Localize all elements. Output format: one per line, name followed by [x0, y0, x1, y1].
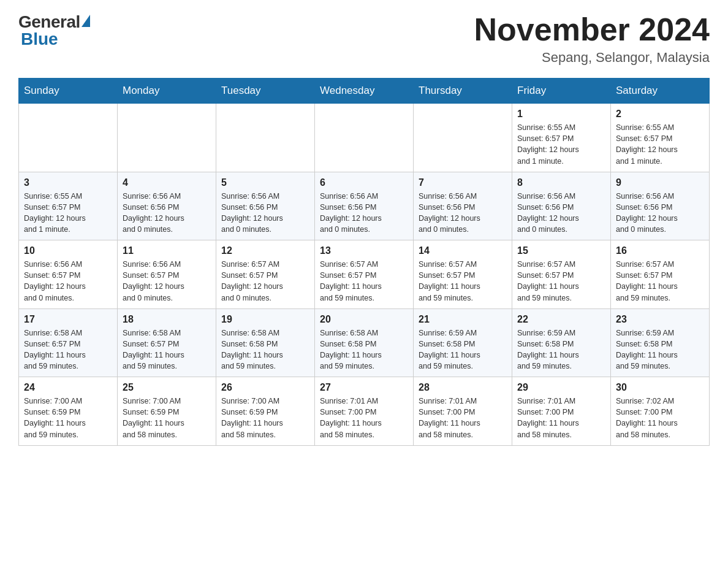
calendar-cell: 29Sunrise: 7:01 AM Sunset: 7:00 PM Dayli…	[512, 377, 611, 446]
month-title: November 2024	[474, 12, 710, 47]
calendar-header-row: SundayMondayTuesdayWednesdayThursdayFrid…	[19, 79, 710, 104]
calendar-cell: 19Sunrise: 6:58 AM Sunset: 6:58 PM Dayli…	[216, 308, 315, 377]
day-info: Sunrise: 6:56 AM Sunset: 6:56 PM Dayligh…	[616, 191, 704, 236]
day-number: 30	[616, 382, 704, 393]
calendar-cell: 1Sunrise: 6:55 AM Sunset: 6:57 PM Daylig…	[512, 104, 611, 172]
calendar-table: SundayMondayTuesdayWednesdayThursdayFrid…	[18, 78, 710, 446]
calendar-cell: 17Sunrise: 6:58 AM Sunset: 6:57 PM Dayli…	[19, 308, 118, 377]
calendar-cell: 11Sunrise: 6:56 AM Sunset: 6:57 PM Dayli…	[118, 240, 216, 309]
day-number: 20	[320, 314, 408, 325]
day-number: 27	[320, 382, 408, 393]
calendar-cell: 21Sunrise: 6:59 AM Sunset: 6:58 PM Dayli…	[414, 308, 512, 377]
calendar-week-row: 10Sunrise: 6:56 AM Sunset: 6:57 PM Dayli…	[19, 240, 710, 309]
day-number: 17	[24, 314, 112, 325]
day-number: 3	[24, 177, 112, 188]
calendar-cell: 8Sunrise: 6:56 AM Sunset: 6:56 PM Daylig…	[512, 172, 611, 240]
day-number: 21	[419, 314, 507, 325]
day-info: Sunrise: 6:55 AM Sunset: 6:57 PM Dayligh…	[24, 191, 112, 236]
day-number: 19	[221, 314, 309, 325]
calendar-cell: 27Sunrise: 7:01 AM Sunset: 7:00 PM Dayli…	[315, 377, 414, 446]
calendar-cell: 3Sunrise: 6:55 AM Sunset: 6:57 PM Daylig…	[19, 172, 118, 240]
location: Sepang, Selangor, Malaysia	[474, 50, 710, 66]
day-info: Sunrise: 7:02 AM Sunset: 7:00 PM Dayligh…	[616, 396, 704, 440]
calendar-cell	[118, 104, 216, 172]
logo: General Blue	[18, 12, 90, 49]
day-info: Sunrise: 6:55 AM Sunset: 6:57 PM Dayligh…	[517, 122, 605, 167]
day-number: 18	[123, 314, 211, 325]
calendar-header-wednesday: Wednesday	[315, 79, 414, 104]
calendar-cell: 15Sunrise: 6:57 AM Sunset: 6:57 PM Dayli…	[512, 240, 611, 309]
calendar-cell: 5Sunrise: 6:56 AM Sunset: 6:56 PM Daylig…	[216, 172, 315, 240]
title-section: November 2024 Sepang, Selangor, Malaysia	[474, 12, 710, 66]
day-number: 9	[616, 177, 704, 188]
day-number: 28	[419, 382, 507, 393]
logo-triangle-icon	[82, 15, 90, 27]
day-info: Sunrise: 6:57 AM Sunset: 6:57 PM Dayligh…	[320, 259, 408, 304]
calendar-cell: 14Sunrise: 6:57 AM Sunset: 6:57 PM Dayli…	[414, 240, 512, 309]
day-info: Sunrise: 6:56 AM Sunset: 6:56 PM Dayligh…	[123, 191, 211, 236]
day-info: Sunrise: 6:57 AM Sunset: 6:57 PM Dayligh…	[221, 259, 309, 304]
day-number: 10	[24, 245, 112, 256]
calendar-cell: 30Sunrise: 7:02 AM Sunset: 7:00 PM Dayli…	[611, 377, 710, 446]
calendar-cell: 22Sunrise: 6:59 AM Sunset: 6:58 PM Dayli…	[512, 308, 611, 377]
calendar-week-row: 1Sunrise: 6:55 AM Sunset: 6:57 PM Daylig…	[19, 104, 710, 172]
day-info: Sunrise: 6:56 AM Sunset: 6:56 PM Dayligh…	[419, 191, 507, 236]
calendar-cell: 12Sunrise: 6:57 AM Sunset: 6:57 PM Dayli…	[216, 240, 315, 309]
calendar-cell: 6Sunrise: 6:56 AM Sunset: 6:56 PM Daylig…	[315, 172, 414, 240]
day-info: Sunrise: 6:57 AM Sunset: 6:57 PM Dayligh…	[616, 259, 704, 304]
day-number: 11	[123, 245, 211, 256]
day-number: 23	[616, 314, 704, 325]
day-number: 16	[616, 245, 704, 256]
calendar-week-row: 24Sunrise: 7:00 AM Sunset: 6:59 PM Dayli…	[19, 377, 710, 446]
calendar-header-saturday: Saturday	[611, 79, 710, 104]
day-number: 14	[419, 245, 507, 256]
day-info: Sunrise: 7:00 AM Sunset: 6:59 PM Dayligh…	[24, 396, 112, 440]
day-number: 22	[517, 314, 605, 325]
day-info: Sunrise: 6:59 AM Sunset: 6:58 PM Dayligh…	[419, 327, 507, 372]
day-info: Sunrise: 6:57 AM Sunset: 6:57 PM Dayligh…	[517, 259, 605, 304]
calendar-header-friday: Friday	[512, 79, 611, 104]
day-number: 12	[221, 245, 309, 256]
calendar-cell: 7Sunrise: 6:56 AM Sunset: 6:56 PM Daylig…	[414, 172, 512, 240]
day-info: Sunrise: 7:01 AM Sunset: 7:00 PM Dayligh…	[320, 396, 408, 440]
calendar-week-row: 17Sunrise: 6:58 AM Sunset: 6:57 PM Dayli…	[19, 308, 710, 377]
calendar-header-thursday: Thursday	[414, 79, 512, 104]
day-number: 7	[419, 177, 507, 188]
page-header: General Blue November 2024 Sepang, Selan…	[18, 12, 710, 66]
day-info: Sunrise: 6:57 AM Sunset: 6:57 PM Dayligh…	[419, 259, 507, 304]
day-info: Sunrise: 6:58 AM Sunset: 6:57 PM Dayligh…	[123, 327, 211, 372]
calendar-cell: 2Sunrise: 6:55 AM Sunset: 6:57 PM Daylig…	[611, 104, 710, 172]
calendar-cell: 23Sunrise: 6:59 AM Sunset: 6:58 PM Dayli…	[611, 308, 710, 377]
calendar-cell: 20Sunrise: 6:58 AM Sunset: 6:58 PM Dayli…	[315, 308, 414, 377]
calendar-cell: 9Sunrise: 6:56 AM Sunset: 6:56 PM Daylig…	[611, 172, 710, 240]
day-number: 24	[24, 382, 112, 393]
day-number: 5	[221, 177, 309, 188]
day-info: Sunrise: 7:01 AM Sunset: 7:00 PM Dayligh…	[517, 396, 605, 440]
day-info: Sunrise: 7:00 AM Sunset: 6:59 PM Dayligh…	[123, 396, 211, 440]
day-info: Sunrise: 6:59 AM Sunset: 6:58 PM Dayligh…	[517, 327, 605, 372]
calendar-header-sunday: Sunday	[19, 79, 118, 104]
day-info: Sunrise: 6:56 AM Sunset: 6:56 PM Dayligh…	[221, 191, 309, 236]
calendar-cell: 13Sunrise: 6:57 AM Sunset: 6:57 PM Dayli…	[315, 240, 414, 309]
day-number: 4	[123, 177, 211, 188]
calendar-cell	[19, 104, 118, 172]
calendar-cell	[315, 104, 414, 172]
day-info: Sunrise: 6:56 AM Sunset: 6:56 PM Dayligh…	[320, 191, 408, 236]
day-number: 29	[517, 382, 605, 393]
day-info: Sunrise: 6:59 AM Sunset: 6:58 PM Dayligh…	[616, 327, 704, 372]
logo-blue-text: Blue	[21, 29, 58, 49]
day-info: Sunrise: 6:56 AM Sunset: 6:56 PM Dayligh…	[517, 191, 605, 236]
day-info: Sunrise: 6:55 AM Sunset: 6:57 PM Dayligh…	[616, 122, 704, 167]
calendar-cell: 18Sunrise: 6:58 AM Sunset: 6:57 PM Dayli…	[118, 308, 216, 377]
day-info: Sunrise: 7:01 AM Sunset: 7:00 PM Dayligh…	[419, 396, 507, 440]
day-info: Sunrise: 6:58 AM Sunset: 6:58 PM Dayligh…	[221, 327, 309, 372]
day-number: 6	[320, 177, 408, 188]
calendar-cell: 25Sunrise: 7:00 AM Sunset: 6:59 PM Dayli…	[118, 377, 216, 446]
day-number: 1	[517, 109, 605, 120]
calendar-cell: 28Sunrise: 7:01 AM Sunset: 7:00 PM Dayli…	[414, 377, 512, 446]
calendar-cell: 4Sunrise: 6:56 AM Sunset: 6:56 PM Daylig…	[118, 172, 216, 240]
calendar-cell: 16Sunrise: 6:57 AM Sunset: 6:57 PM Dayli…	[611, 240, 710, 309]
day-number: 26	[221, 382, 309, 393]
calendar-cell: 26Sunrise: 7:00 AM Sunset: 6:59 PM Dayli…	[216, 377, 315, 446]
calendar-cell	[414, 104, 512, 172]
